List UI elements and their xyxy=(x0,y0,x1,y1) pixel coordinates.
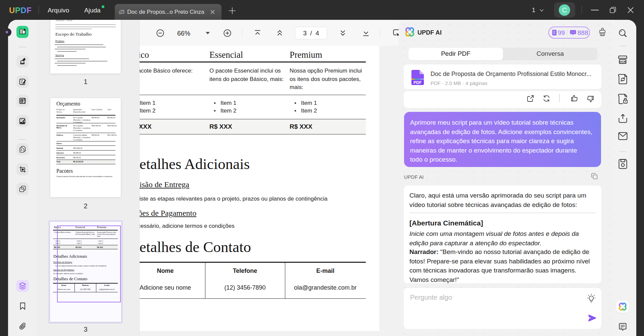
svg-text:PDF: PDF xyxy=(413,80,422,85)
svg-text:OCR: OCR xyxy=(620,60,626,64)
